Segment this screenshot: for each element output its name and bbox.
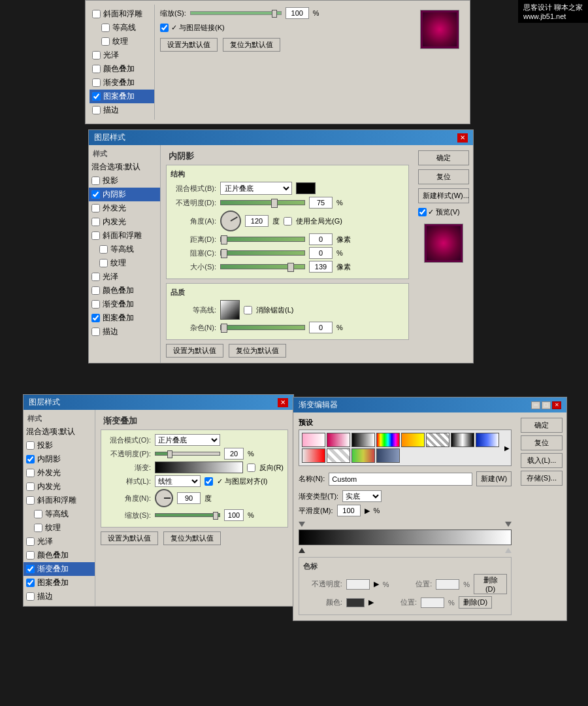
noise-input[interactable]: [309, 322, 333, 333]
preset-4[interactable]: [401, 433, 425, 447]
sidebar-item-texture1[interactable]: 纹理: [90, 35, 154, 48]
go-align-cb[interactable]: [204, 477, 213, 486]
panel3-close-btn[interactable]: ✕: [278, 398, 288, 407]
sidebar3-inner-glow[interactable]: 内发光: [24, 480, 95, 494]
sidebar2-gradient-overlay[interactable]: 渐变叠加: [89, 297, 160, 311]
patternoverlay2-cb[interactable]: [91, 314, 100, 322]
sidebar-item-satin[interactable]: 光泽: [90, 48, 154, 62]
go-opacity-slider[interactable]: [155, 452, 220, 456]
sidebar-item-contour1[interactable]: 等高线: [90, 21, 154, 35]
anti-alias-cb[interactable]: [244, 306, 252, 314]
panel2-new-style-btn[interactable]: 新建样式(W)...: [418, 188, 469, 203]
panel4-close-btn[interactable]: ✕: [552, 401, 561, 409]
gradient-type-select[interactable]: 实底: [342, 490, 382, 502]
size-input[interactable]: [309, 261, 333, 273]
panel3-reset-default-btn[interactable]: 复位为默认值: [163, 531, 221, 545]
opacity-stop-input[interactable]: [346, 579, 370, 590]
satin-checkbox[interactable]: [92, 51, 101, 59]
new-gradient-btn[interactable]: 新建(W): [476, 471, 512, 486]
set-default-btn[interactable]: 设置为默认值: [160, 38, 218, 52]
contour2-cb[interactable]: [99, 245, 108, 254]
coloroverlay2-cb[interactable]: [91, 286, 100, 295]
size-slider[interactable]: [220, 264, 305, 269]
gradientoverlay2-cb[interactable]: [91, 300, 100, 309]
preset-6[interactable]: [451, 433, 474, 447]
patternoverlay-checkbox[interactable]: [92, 92, 101, 101]
panel4-ok-btn[interactable]: 确定: [521, 418, 563, 433]
stroke2-cb[interactable]: [91, 328, 100, 336]
smoothness-arrow[interactable]: ▶: [365, 507, 370, 515]
contour-curve[interactable]: [220, 300, 240, 320]
position-input[interactable]: [436, 579, 459, 590]
go-style-select[interactable]: 线性: [155, 475, 201, 487]
sidebar2-satin[interactable]: 光泽: [89, 270, 160, 284]
angle-dial[interactable]: [220, 210, 241, 231]
panel3-set-default-btn[interactable]: 设置为默认值: [101, 531, 158, 545]
opacity-input[interactable]: [309, 197, 333, 209]
preset-11[interactable]: [376, 448, 400, 463]
reset-default-btn[interactable]: 复位为默认值: [223, 38, 280, 52]
sidebar3-pattern-overlay[interactable]: 图案叠加: [24, 576, 95, 590]
opacity-delete-btn[interactable]: 删除(D): [474, 574, 507, 594]
sidebar3-drop-shadow[interactable]: 投影: [24, 439, 95, 452]
go-blend-select[interactable]: 正片叠底: [155, 434, 220, 446]
panel4-save-btn[interactable]: 存储(S)...: [521, 471, 563, 486]
sidebar3-stroke[interactable]: 描边: [24, 590, 95, 603]
sidebar2-inner-glow[interactable]: 内发光: [89, 215, 160, 229]
sidebar3-inner-shadow[interactable]: 内阴影: [24, 452, 95, 466]
color-stop-right[interactable]: [505, 546, 512, 553]
panel4-max-btn[interactable]: □: [542, 401, 551, 409]
scale-slider[interactable]: [190, 11, 282, 15]
noise-slider[interactable]: [220, 325, 305, 330]
blend-color-swatch[interactable]: [296, 182, 316, 194]
outerglow2-cb[interactable]: [91, 204, 100, 212]
contour1-checkbox[interactable]: [101, 24, 110, 32]
outerglow3-cb[interactable]: [26, 469, 35, 477]
sidebar3-satin[interactable]: 光泽: [24, 535, 95, 548]
name-input[interactable]: [329, 473, 472, 486]
blend-mode-select[interactable]: 正片叠底: [220, 182, 292, 195]
bevel3-cb[interactable]: [26, 496, 35, 505]
preset-3[interactable]: [376, 433, 400, 447]
contour3-cb[interactable]: [34, 510, 42, 518]
preset-5[interactable]: [426, 433, 449, 447]
preset-scroll-arrow[interactable]: ▶: [504, 445, 510, 452]
distance-input[interactable]: [309, 233, 333, 245]
scale-input[interactable]: [286, 7, 309, 19]
sidebar3-gradient-overlay[interactable]: 渐变叠加: [24, 562, 95, 576]
sidebar-item-coloroverlay[interactable]: 颜色叠加: [90, 62, 154, 76]
bevel-checkbox[interactable]: [92, 10, 101, 18]
go-scale-slider[interactable]: [155, 513, 220, 517]
gradientoverlay-checkbox[interactable]: [92, 78, 101, 87]
color-stop-left[interactable]: [299, 546, 305, 553]
texture2-cb[interactable]: [99, 259, 108, 267]
sidebar2-contour[interactable]: 等高线: [89, 243, 160, 256]
innershadow2-cb[interactable]: [91, 190, 100, 199]
stroke3-cb[interactable]: [26, 592, 35, 601]
go-opacity-input[interactable]: [224, 448, 244, 460]
texture3-cb[interactable]: [34, 524, 42, 532]
global-light-cb[interactable]: [284, 217, 292, 226]
preset-0[interactable]: [302, 433, 325, 447]
sidebar-item-stroke[interactable]: 描边: [90, 103, 154, 117]
choke-input[interactable]: [309, 247, 333, 259]
go-angle-input[interactable]: [177, 492, 201, 504]
smoothness-input[interactable]: [337, 505, 361, 516]
panel2-close-btn[interactable]: ✕: [457, 133, 468, 143]
go-scale-input[interactable]: [224, 509, 244, 521]
sidebar2-inner-shadow[interactable]: 内阴影: [89, 188, 160, 201]
sidebar2-stroke[interactable]: 描边: [89, 325, 160, 339]
innershadow3-cb[interactable]: [26, 455, 35, 463]
sidebar-item-patternoverlay[interactable]: 图案叠加: [90, 90, 154, 103]
distance-slider[interactable]: [220, 237, 305, 242]
texture1-checkbox[interactable]: [101, 37, 110, 46]
patternoverlay3-cb[interactable]: [26, 579, 35, 587]
go-reverse-cb[interactable]: [247, 463, 255, 472]
angle-input[interactable]: [245, 215, 269, 227]
sidebar3-blend[interactable]: 混合选项:默认: [24, 425, 95, 439]
choke-slider[interactable]: [220, 250, 305, 256]
opacity-slider[interactable]: [220, 200, 305, 205]
satin3-cb[interactable]: [26, 537, 35, 546]
sidebar3-color-overlay[interactable]: 颜色叠加: [24, 548, 95, 562]
panel4-load-btn[interactable]: 载入(L)...: [521, 453, 563, 468]
